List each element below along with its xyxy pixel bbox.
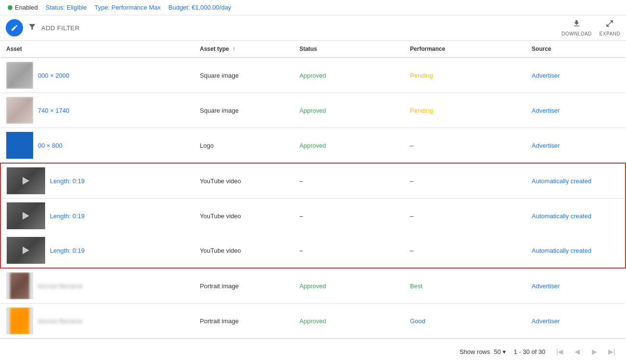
asset-label: blurred filename [38, 317, 83, 325]
table-footer: Show rows 50 ▾ 1 - 30 of 30 |◀ ◀ ▶ ▶| [0, 339, 626, 364]
asset-type-cell: YouTube video [194, 233, 293, 268]
asset-cell: Length: 0:19 [0, 199, 194, 234]
download-icon [572, 19, 581, 30]
asset-cell: Length: 0:19 [0, 233, 194, 268]
status-type: Type: Performance Max [95, 4, 161, 11]
source-cell: Advertiser [526, 128, 626, 164]
performance-cell: – [404, 199, 526, 234]
rows-select-dropdown[interactable]: 50 ▾ [494, 348, 506, 355]
status-cell: Approved [294, 128, 404, 164]
asset-label: 00 × 800 [38, 142, 62, 149]
download-label: DOWNLOAD [562, 31, 592, 36]
asset-type-cell: Square image [194, 93, 293, 128]
table-row[interactable]: Length: 0:19YouTube video––Automatically… [0, 199, 626, 234]
sort-arrow-icon: ↑ [232, 46, 235, 52]
filter-icon[interactable] [28, 23, 36, 34]
table-row[interactable]: 000 × 2000Square imageApprovedPendingAdv… [0, 58, 626, 93]
source-cell: Advertiser [526, 93, 626, 128]
asset-label: Length: 0:19 [50, 212, 84, 220]
asset-table: Asset Asset type ↑ Status Performance So… [0, 41, 626, 339]
status-cell: – [294, 163, 404, 199]
download-action[interactable]: DOWNLOAD [562, 19, 592, 36]
header-status: Status [294, 41, 404, 58]
asset-thumbnail [6, 132, 33, 159]
enabled-dot [8, 5, 12, 10]
asset-thumbnail [6, 62, 33, 89]
expand-icon [605, 19, 614, 30]
status-cell: Approved [294, 93, 404, 128]
asset-cell: blurred filename [0, 304, 194, 339]
asset-thumbnail [6, 97, 33, 124]
status-budget: Budget: €1,000.00/day [169, 4, 231, 11]
source-cell: Advertiser [526, 58, 626, 93]
table-row[interactable]: blurred filenamePortrait imageApprovedBe… [0, 268, 626, 304]
performance-cell: – [404, 163, 526, 199]
asset-thumbnail [6, 307, 33, 334]
last-page-button[interactable]: ▶| [605, 345, 618, 358]
asset-label: Length: 0:19 [50, 177, 84, 185]
performance-cell: – [404, 233, 526, 268]
expand-action[interactable]: EXPAND [600, 19, 620, 36]
rows-dropdown-icon: ▾ [503, 348, 506, 355]
header-asset: Asset [0, 41, 194, 58]
asset-cell: 740 × 1740 [0, 93, 194, 128]
header-asset-type[interactable]: Asset type ↑ [194, 41, 293, 58]
toolbar: ADD FILTER DOWNLOAD EXPAND [0, 15, 626, 41]
status-cell: Approved [294, 58, 404, 93]
asset-cell: Length: 0:19 [0, 163, 194, 199]
add-filter-button[interactable]: ADD FILTER [41, 24, 80, 32]
table-row[interactable]: blurred filenamePortrait imageApprovedGo… [0, 304, 626, 339]
enabled-label: Enabled [15, 4, 38, 11]
asset-thumbnail [7, 237, 45, 264]
prev-page-button[interactable]: ◀ [570, 345, 584, 358]
asset-label: blurred filename [38, 282, 83, 290]
header-performance: Performance [404, 41, 526, 58]
enabled-status: Enabled [8, 4, 38, 11]
asset-cell: 00 × 800 [0, 128, 194, 164]
source-cell: Advertiser [526, 304, 626, 339]
rows-count: 50 [494, 348, 501, 355]
asset-label: 740 × 1740 [38, 107, 69, 114]
asset-table-container: Asset Asset type ↑ Status Performance So… [0, 41, 626, 339]
asset-thumbnail [6, 272, 33, 299]
table-row[interactable]: 740 × 1740Square imageApprovedPendingAdv… [0, 93, 626, 128]
asset-type-cell: Logo [194, 128, 293, 164]
source-cell: Automatically created [526, 233, 626, 268]
performance-cell: Pending [404, 93, 526, 128]
asset-type-cell: YouTube video [194, 163, 293, 199]
asset-thumbnail [7, 202, 45, 229]
status-cell: Approved [294, 304, 404, 339]
expand-label: EXPAND [600, 31, 620, 36]
header-source: Source [526, 41, 626, 58]
asset-type-cell: Square image [194, 58, 293, 93]
pagination-info: 1 - 30 of 30 [514, 348, 545, 355]
status-cell: – [294, 199, 404, 234]
status-bar: Enabled Status: Eligible Type: Performan… [0, 0, 626, 15]
first-page-button[interactable]: |◀ [553, 345, 566, 358]
asset-type-cell: Portrait image [194, 304, 293, 339]
show-rows-label: Show rows [459, 348, 490, 355]
table-row[interactable]: Length: 0:19YouTube video––Automatically… [0, 233, 626, 268]
table-body: 000 × 2000Square imageApprovedPendingAdv… [0, 58, 626, 339]
pagination-controls: |◀ ◀ ▶ ▶| [553, 345, 618, 358]
performance-cell: Best [404, 268, 526, 304]
asset-cell: blurred filename [0, 268, 194, 304]
edit-button[interactable] [6, 19, 23, 36]
performance-cell: Good [404, 304, 526, 339]
next-page-button[interactable]: ▶ [588, 345, 601, 358]
asset-cell: 000 × 2000 [0, 58, 194, 93]
table-row[interactable]: 00 × 800LogoApproved–Advertiser [0, 128, 626, 164]
table-header-row: Asset Asset type ↑ Status Performance So… [0, 41, 626, 58]
performance-cell: – [404, 128, 526, 164]
asset-label: 000 × 2000 [38, 72, 69, 79]
table-row[interactable]: Length: 0:19YouTube video––Automatically… [0, 163, 626, 199]
source-cell: Advertiser [526, 268, 626, 304]
asset-type-cell: Portrait image [194, 268, 293, 304]
status-eligible: Status: Eligible [46, 4, 87, 11]
asset-type-cell: YouTube video [194, 199, 293, 234]
asset-thumbnail [7, 167, 45, 194]
status-cell: – [294, 233, 404, 268]
asset-label: Length: 0:19 [50, 247, 84, 254]
status-cell: Approved [294, 268, 404, 304]
source-cell: Automatically created [526, 199, 626, 234]
